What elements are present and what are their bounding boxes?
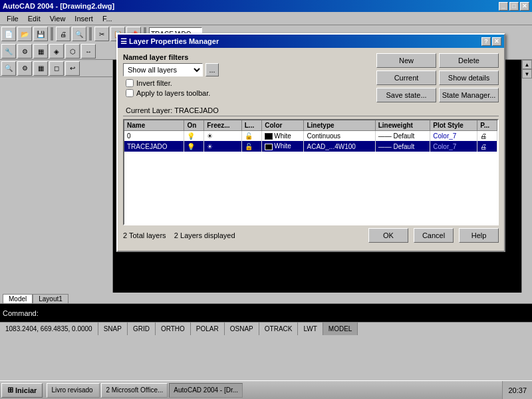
otrack-toggle[interactable]: OTRACK xyxy=(259,323,299,335)
tb-cut[interactable]: ✂ xyxy=(94,27,109,41)
tb-draw1[interactable]: 🔧 xyxy=(1,44,16,59)
tb-left-1[interactable]: 🔍 xyxy=(1,61,16,76)
coordinates-display: 1083.2404, 669.4835, 0.0000 xyxy=(0,323,98,335)
col-lineweight[interactable]: Lineweight xyxy=(375,120,430,131)
left-panel-content xyxy=(0,77,112,293)
tb-draw5[interactable]: ⬡ xyxy=(65,44,80,59)
tb-draw2[interactable]: ⚙ xyxy=(17,44,32,59)
tb-save[interactable]: 💾 xyxy=(33,27,48,41)
help-button[interactable]: Help xyxy=(459,228,499,243)
table-row[interactable]: 0 💡 ☀ 🔓 White Continuous —— Default Colo… xyxy=(124,131,497,142)
col-freeze[interactable]: Freez... xyxy=(204,120,242,131)
col-linetype[interactable]: Linetype xyxy=(304,120,375,131)
col-on[interactable]: On xyxy=(184,120,204,131)
color-swatch-0 xyxy=(265,133,273,140)
invert-filter-checkbox[interactable] xyxy=(126,79,134,87)
minimize-button[interactable]: _ xyxy=(499,2,508,11)
tb-left-2[interactable]: ⚙ xyxy=(17,61,32,76)
current-layer-name: TRACEJADO xyxy=(174,106,219,114)
invert-filter-row: Invert filter. xyxy=(126,79,219,87)
menu-format[interactable]: F... xyxy=(98,13,116,24)
tb-preview[interactable]: 🔍 xyxy=(72,27,86,41)
apply-toolbar-checkbox[interactable] xyxy=(126,89,134,97)
layer-table: Name On Freez... L... Color Linetype Lin… xyxy=(124,120,497,152)
checkbox-group: Invert filter. Apply to layers toolbar. xyxy=(126,79,219,97)
tb-draw3[interactable]: ▦ xyxy=(33,44,48,59)
col-plotstyle[interactable]: Plot Style xyxy=(430,120,477,131)
tb-draw6[interactable]: ↔ xyxy=(81,44,96,59)
col-name[interactable]: Name xyxy=(124,120,184,131)
table-body: 0 💡 ☀ 🔓 White Continuous —— Default Colo… xyxy=(124,131,497,152)
layer-name-0: 0 xyxy=(124,131,184,142)
grid-toggle[interactable]: GRID xyxy=(128,323,156,335)
tb-left-5[interactable]: ↩ xyxy=(65,61,80,76)
filter-dropdown[interactable]: Show all layers xyxy=(123,63,203,76)
layer-freeze-0: ☀ xyxy=(204,131,242,142)
menu-file[interactable]: File xyxy=(3,13,23,24)
filter-label: Named layer filters xyxy=(123,53,219,61)
tb-left-4[interactable]: ◻ xyxy=(49,61,64,76)
tb-draw4[interactable]: ◈ xyxy=(49,44,64,59)
filter-controls: Show all layers ... xyxy=(123,63,219,76)
tb-print[interactable]: 🖨 xyxy=(56,27,70,41)
layer-lineweight-0: —— Default xyxy=(375,131,430,142)
layer-linetype-0: Continuous xyxy=(304,131,375,142)
show-details-button[interactable]: Show details xyxy=(439,70,499,85)
taskbar-item-2[interactable]: AutoCAD 2004 - [Dr... xyxy=(169,383,243,398)
maximize-button[interactable]: □ xyxy=(509,2,519,11)
filter-ellipsis-button[interactable]: ... xyxy=(205,63,219,76)
taskbar-item-1[interactable]: 2 Microsoft Office... xyxy=(101,383,168,398)
menu-bar: File Edit View Insert F... xyxy=(0,12,532,25)
color-swatch-1 xyxy=(265,144,273,150)
save-state-button[interactable]: Save state... xyxy=(376,88,436,102)
menu-insert[interactable]: Insert xyxy=(70,13,97,24)
layer-on-0: 💡 xyxy=(184,131,204,142)
dialog-help-button[interactable]: ? xyxy=(481,37,491,46)
right-scrollbar[interactable]: ▲ ▼ xyxy=(521,60,532,293)
col-color[interactable]: Color xyxy=(262,120,304,131)
dialog-close-button[interactable]: ✕ xyxy=(492,37,501,46)
tab-layout1[interactable]: Layout1 xyxy=(33,294,68,303)
delete-button[interactable]: Delete xyxy=(439,53,499,68)
col-plot[interactable]: P... xyxy=(477,120,497,131)
top-buttons: New Delete xyxy=(376,53,499,68)
start-icon: ⊞ xyxy=(7,386,13,394)
current-button[interactable]: Current xyxy=(376,70,436,85)
table-row[interactable]: TRACEJADO 💡 ☀ 🔓 White ACAD_...4W100 —— D… xyxy=(124,141,497,151)
menu-edit[interactable]: Edit xyxy=(24,13,45,24)
polar-toggle[interactable]: POLAR xyxy=(191,323,225,335)
command-line: Command: xyxy=(0,303,532,322)
lwt-toggle[interactable]: LWT xyxy=(298,323,323,335)
snap-toggle[interactable]: SNAP xyxy=(98,323,128,335)
taskbar-item-0[interactable]: Livro revisado xyxy=(47,383,100,398)
ok-button[interactable]: OK xyxy=(368,228,408,243)
action-buttons: New Delete Current Show details Save sta… xyxy=(376,53,499,102)
new-button[interactable]: New xyxy=(376,53,436,68)
tb-open[interactable]: 📂 xyxy=(17,27,32,41)
col-lock[interactable]: L... xyxy=(241,120,262,131)
taskbar-tray: 20:37 xyxy=(502,381,532,399)
osnap-toggle[interactable]: OSNAP xyxy=(225,323,259,335)
cancel-button[interactable]: Cancel xyxy=(414,228,454,243)
dialog-controls: ? ✕ xyxy=(481,37,501,46)
state-manager-button[interactable]: State Manager... xyxy=(439,88,499,102)
start-button[interactable]: ⊞ Iniciar xyxy=(1,383,43,398)
menu-view[interactable]: View xyxy=(46,13,70,24)
tb-sep-2 xyxy=(89,27,92,41)
ortho-toggle[interactable]: ORTHO xyxy=(156,323,191,335)
current-layer-bar: Current Layer: TRACEJADO xyxy=(123,105,499,116)
left-toolbar: 🔍 ⚙ ▦ ◻ ↩ xyxy=(0,60,112,77)
close-button[interactable]: ✕ xyxy=(520,2,529,11)
model-toggle[interactable]: MODEL xyxy=(323,323,358,335)
taskbar-items: Livro revisado 2 Microsoft Office... Aut… xyxy=(44,383,502,398)
dialog-titlebar: ☰ Layer Properties Manager ? ✕ xyxy=(118,35,504,48)
scroll-up[interactable]: ▲ xyxy=(522,60,532,69)
tb-new[interactable]: 📄 xyxy=(1,27,16,41)
tb-left-3[interactable]: ▦ xyxy=(33,61,48,76)
apply-toolbar-label: Apply to layers toolbar. xyxy=(136,89,210,97)
footer-info: 2 Total layers 2 Layers displayed xyxy=(123,231,235,239)
scroll-down[interactable]: ▼ xyxy=(522,69,532,78)
footer-buttons: OK Cancel Help xyxy=(368,228,499,243)
tb-sep-1 xyxy=(51,27,53,41)
tab-model[interactable]: Model xyxy=(3,294,33,303)
